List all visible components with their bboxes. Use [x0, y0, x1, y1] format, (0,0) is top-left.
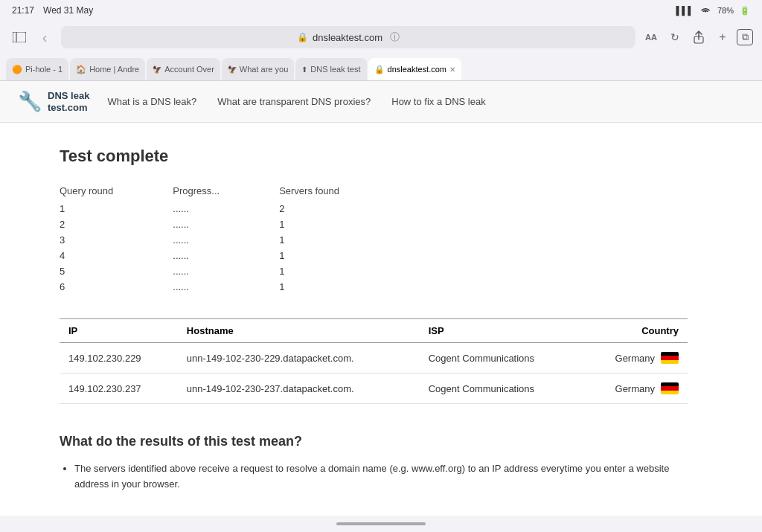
col-header-servers-found: Servers found	[279, 184, 399, 201]
time: 21:17	[12, 5, 34, 16]
col-isp: ISP	[420, 319, 581, 343]
germany-flag-1	[661, 352, 679, 364]
battery: 78%	[717, 6, 734, 15]
col-header-query-round: Query round	[60, 184, 173, 201]
tab-dnstest[interactable]: ⬆ DNS leak test	[295, 58, 366, 80]
servers-count: 1	[279, 263, 399, 279]
bullet-item-2: The owners of the servers above have the…	[74, 501, 688, 503]
site-logo: 🔧 DNS leak test.com	[18, 90, 89, 113]
browser-action-icons: AA ↻ + ⧉	[641, 28, 753, 47]
tab-home[interactable]: 🏠 Home | Andre	[70, 58, 145, 80]
lock-icon: 🔒	[297, 32, 308, 42]
sidebar-button[interactable]	[9, 27, 30, 48]
tab-close-icon[interactable]: ✕	[449, 65, 455, 74]
info-icon[interactable]: ⓘ	[390, 31, 400, 44]
result-ip-2: 149.102.230.237	[60, 374, 178, 404]
status-right: ▌▌▌ 78% 🔋	[676, 5, 750, 16]
new-tab-button[interactable]: +	[713, 28, 732, 47]
country-name-2: Germany	[615, 383, 655, 394]
tab-pihole[interactable]: 🟠 Pi-hole - 1	[6, 58, 68, 80]
servers-count: 1	[279, 279, 399, 295]
result-hostname-2: unn-149-102-230-237.datapacket.com.	[178, 374, 420, 404]
query-row-2: 2 ...... 1	[60, 217, 399, 232]
tab-label: Home | Andre	[89, 65, 139, 74]
back-button[interactable]: ‹	[34, 27, 55, 48]
result-country-1: Germany	[581, 343, 688, 374]
battery-icon: 🔋	[740, 6, 750, 16]
share-button[interactable]	[689, 28, 708, 47]
tab-favicon: 🏠	[76, 65, 86, 74]
query-row-3: 3 ...... 1	[60, 232, 399, 248]
servers-count: 2	[279, 201, 399, 217]
query-row-5: 5 ...... 1	[60, 263, 399, 279]
tab-favicon: 🦅	[153, 65, 161, 74]
date: Wed 31 May	[43, 5, 93, 16]
address-bar[interactable]: 🔒 dnsleaktest.com ⓘ	[61, 26, 635, 48]
browser-chrome: ‹ 🔒 dnsleaktest.com ⓘ AA ↻ + ⧉ 🟠 Pi-hole…	[0, 21, 762, 81]
germany-flag-2	[661, 382, 679, 394]
logo-text-line1: DNS leak	[48, 90, 89, 102]
tab-label: dnsleaktest.com	[388, 65, 446, 74]
tab-favicon: 🦅	[228, 65, 237, 74]
site-content: 🔧 DNS leak test.com What is a DNS leak? …	[0, 81, 762, 503]
round-num: 6	[60, 279, 173, 295]
page-title: Test complete	[60, 147, 688, 166]
bullet-list: The servers identified above receive a r…	[60, 461, 688, 503]
progress-dots: ......	[173, 248, 279, 263]
tab-favicon: 🔒	[374, 65, 385, 74]
col-ip: IP	[60, 319, 178, 343]
progress-dots: ......	[173, 232, 279, 248]
nav-link-how-to-fix[interactable]: How to fix a DNS leak	[391, 96, 485, 107]
logo-wrench-icon: 🔧	[18, 90, 42, 113]
tab-label: Pi-hole - 1	[25, 65, 63, 74]
result-isp-1: Cogent Communications	[420, 343, 581, 374]
query-table-inner: Query round Progress... Servers found 1 …	[60, 184, 399, 295]
tabs-button[interactable]: ⧉	[737, 29, 753, 45]
country-name-1: Germany	[615, 353, 655, 364]
logo-text-line2: test.com	[48, 102, 89, 114]
nav-link-transparent-proxies[interactable]: What are transparent DNS proxies?	[217, 96, 371, 107]
tab-dnsleaktest-active[interactable]: 🔒 dnsleaktest.com ✕	[368, 58, 461, 80]
progress-dots: ......	[173, 201, 279, 217]
browser-toolbar: ‹ 🔒 dnsleaktest.com ⓘ AA ↻ + ⧉	[0, 21, 762, 54]
col-hostname: Hostname	[178, 319, 420, 343]
tabs-row: 🟠 Pi-hole - 1 🏠 Home | Andre 🦅 Account O…	[0, 54, 762, 80]
query-table: Query round Progress... Servers found 1 …	[60, 184, 688, 295]
round-num: 5	[60, 263, 173, 279]
result-hostname-1: unn-149-102-230-229.datapacket.com.	[178, 343, 420, 374]
home-indicator	[336, 522, 426, 525]
bottom-bar	[0, 516, 762, 532]
results-heading: What do the results of this test mean?	[60, 434, 688, 449]
query-row-4: 4 ...... 1	[60, 248, 399, 263]
progress-dots: ......	[173, 279, 279, 295]
servers-count: 1	[279, 232, 399, 248]
status-left: 21:17 Wed 31 May	[12, 5, 93, 16]
col-country: Country	[581, 319, 688, 343]
nav-buttons: ‹	[9, 27, 55, 48]
reader-view-button[interactable]: AA	[641, 28, 661, 47]
site-nav: 🔧 DNS leak test.com What is a DNS leak? …	[0, 81, 762, 123]
tab-account[interactable]: 🦅 Account Over	[147, 58, 220, 80]
reload-button[interactable]: ↻	[665, 28, 685, 47]
result-ip-1: 149.102.230.229	[60, 343, 178, 374]
status-bar: 21:17 Wed 31 May ▌▌▌ 78% 🔋	[0, 0, 762, 21]
col-header-progress: Progress...	[173, 184, 279, 201]
round-num: 4	[60, 248, 173, 263]
site-nav-links: What is a DNS leak? What are transparent…	[107, 96, 485, 107]
tab-favicon: 🟠	[12, 65, 22, 74]
signal-icon: ▌▌▌	[676, 6, 694, 15]
nav-link-what-is-dns-leak[interactable]: What is a DNS leak?	[107, 96, 196, 107]
wifi-icon	[699, 5, 711, 16]
round-num: 3	[60, 232, 173, 248]
result-isp-2: Cogent Communications	[420, 374, 581, 404]
progress-dots: ......	[173, 217, 279, 232]
tab-what[interactable]: 🦅 What are you	[222, 58, 294, 80]
tab-label: Account Over	[164, 65, 214, 74]
progress-dots: ......	[173, 263, 279, 279]
url-text: dnsleaktest.com	[313, 32, 382, 43]
result-country-2: Germany	[581, 374, 688, 404]
results-table: IP Hostname ISP Country 149.102.230.229 …	[60, 318, 688, 404]
round-num: 1	[60, 201, 173, 217]
servers-count: 1	[279, 248, 399, 263]
round-num: 2	[60, 217, 173, 232]
